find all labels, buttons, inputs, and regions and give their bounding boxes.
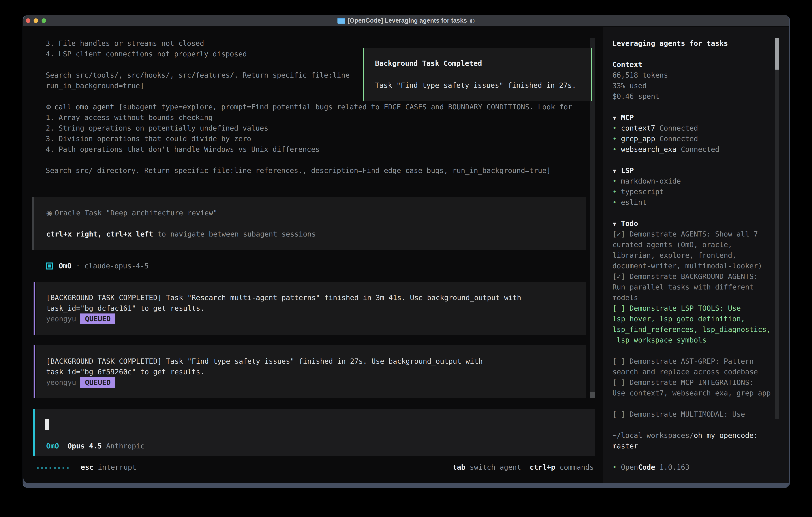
mcp-status: Connected	[676, 145, 719, 153]
todo-line: lsp_hover, lsp_goto_definition,	[612, 314, 745, 324]
message-text: task_id="bg_dcfac161" to get results.	[46, 304, 205, 312]
lsp-item: • markdown-oxide	[612, 176, 681, 186]
sidebar-scrollbar-track[interactable]	[775, 38, 779, 419]
keybind-hints: tab switch agent ctrl+p commands	[453, 462, 594, 472]
chat-line-text: 4. Path operations that don't handle Win…	[46, 145, 320, 153]
minimize-button[interactable]	[34, 19, 38, 23]
message-footer: yeongyu QUEUED	[46, 377, 115, 388]
todo-line: [✓] Demonstrate BACKGROUND AGENTS:	[612, 271, 758, 282]
message-line: task_id="bg_6f59260c" to get results.	[46, 366, 205, 377]
branch-name: master	[612, 442, 638, 450]
todo-text: [✓] Demonstrate BACKGROUND AGENTS:	[612, 272, 758, 280]
todo-line: curated agents (OmO, oracle,	[612, 239, 732, 250]
todo-line: search and replace across codebase	[612, 366, 758, 377]
spinner-dot	[62, 467, 64, 469]
todo-line: lsp_workspace_symbols	[612, 335, 706, 345]
window-titlebar: [OpenCode] Leveraging agents for tasks ◐	[23, 15, 789, 26]
chat-line: Search src/tools/, src/hooks/, src/featu…	[46, 70, 350, 80]
status-badge: QUEUED	[80, 314, 115, 324]
chat-line: 4. LSP client connections not properly d…	[46, 49, 247, 59]
section-todo[interactable]: ▼ Todo	[612, 218, 638, 229]
version-line: • OpenCode 1.0.163	[612, 462, 690, 472]
section-label: LSP	[617, 166, 634, 174]
input-model-name: Opus 4.5	[59, 442, 102, 450]
todo-line: [ ] Demonstrate AST-GREP: Pattern	[612, 356, 754, 366]
message-text: task_id="bg_6f59260c" to get results.	[46, 368, 205, 376]
oracle-task-line: ◉ Oracle Task "Deep architecture review"	[46, 208, 218, 218]
prompt-input-border	[33, 409, 35, 456]
toast-body: Task "Find type safety issues" finished …	[375, 80, 576, 90]
todo-text: search and replace across codebase	[612, 368, 758, 376]
main-scrollbar-thumb[interactable]	[590, 392, 594, 398]
message-border	[34, 345, 35, 398]
mcp-item: • context7 Connected	[612, 123, 698, 133]
bullet-icon: •	[612, 197, 617, 208]
theme-half-circle-icon: ◐	[469, 17, 475, 24]
spinner-dot	[37, 467, 38, 469]
mcp-status: Connected	[655, 135, 698, 143]
brand-prefix: Open	[621, 463, 638, 471]
todo-text: lsp_hover, lsp_goto_definition,	[612, 315, 745, 323]
message-line: task_id="bg_dcfac161" to get results.	[46, 303, 205, 314]
tab-label: switch agent	[465, 463, 521, 471]
message-footer: yeongyu QUEUED	[46, 314, 115, 324]
chat-line: 2. String operations on potentially unde…	[46, 123, 268, 133]
spinner-dot	[46, 467, 47, 469]
todo-text: [ ] Demonstrate MULTIMODAL: Use	[612, 410, 745, 418]
sidebar-scrollbar-thumb[interactable]	[775, 38, 779, 70]
message-line: [BACKGROUND TASK COMPLETED] Task "Find t…	[46, 356, 483, 366]
zoom-button[interactable]	[41, 19, 46, 23]
input-model-line: OmO Opus 4.5 Anthropic	[46, 441, 145, 451]
mcp-item: • grep_app Connected	[612, 133, 698, 144]
chevron-down-icon: ▼	[612, 166, 617, 176]
todo-text: [✓] Demonstrate AGENTS: Show all 7	[612, 230, 758, 238]
toast-body-text: Task "Find type safety issues" finished …	[375, 81, 576, 89]
hint-text: to navigate between subagent sessions	[153, 230, 316, 238]
agent-line: OmO · claude-opus-4-5	[59, 261, 149, 271]
chevron-down-icon: ▼	[612, 219, 617, 229]
section-label: Todo	[617, 219, 638, 227]
fisheye-icon: ◉	[46, 208, 50, 218]
gear-icon: ⚙	[46, 102, 50, 112]
todo-line: [✓] Demonstrate AGENTS: Show all 7	[612, 229, 758, 239]
author-name: yeongyu	[46, 378, 80, 386]
toast-notification: Background Task CompletedTask "Find type…	[363, 48, 592, 101]
context-heading-text: Context	[612, 60, 642, 69]
section-mcp[interactable]: ▼ MCP	[612, 112, 634, 123]
chat-line: Search src/ directory. Return specific f…	[46, 165, 551, 176]
close-button[interactable]	[26, 19, 30, 23]
context-tokens-text: 66,518 tokens	[612, 71, 668, 79]
text-cursor	[45, 419, 49, 430]
esc-label: interrupt	[93, 463, 136, 471]
esc-key: esc	[81, 463, 93, 471]
context-tokens: 66,518 tokens	[612, 70, 668, 80]
chat-line-text: 3. Division operations that could divide…	[46, 135, 251, 143]
spinner-dot	[50, 467, 51, 469]
chat-line: 3. Division operations that could divide…	[46, 133, 251, 144]
section-lsp[interactable]: ▼ LSP	[612, 165, 634, 176]
todo-line: [ ] Demonstrate MULTIMODAL: Use	[612, 409, 745, 419]
lsp-item: • typescript	[612, 186, 664, 197]
agent-icon-core	[48, 265, 51, 268]
gap	[521, 463, 530, 471]
toast-title-text: Background Task Completed	[375, 59, 482, 67]
spinner-dot	[41, 467, 43, 469]
input-provider-name: Anthropic	[102, 442, 144, 450]
todo-line: models	[612, 292, 638, 303]
todo-text: Run parallel tasks with different	[612, 283, 754, 291]
window-title: [OpenCode] Leveraging agents for tasks ◐	[338, 17, 475, 24]
context-spent-text: $0.46 spent	[612, 92, 660, 100]
session-title-text: Leveraging agents for tasks	[612, 39, 728, 47]
input-agent-name: OmO	[46, 442, 59, 450]
tool-args: [subagent_type=explore, prompt=Find pote…	[114, 103, 572, 111]
version-number: 1.0.163	[655, 463, 689, 471]
screenshot-root: [OpenCode] Leveraging agents for tasks ◐…	[0, 0, 812, 517]
chat-line-text: 2. String operations on potentially unde…	[46, 124, 268, 132]
lsp-name: markdown-oxide	[621, 177, 681, 185]
session-title: Leveraging agents for tasks	[612, 38, 728, 49]
bullet-icon: •	[612, 133, 617, 144]
spinner-dot	[58, 467, 60, 469]
repo-name: oh-my-opencode:	[694, 431, 758, 439]
agent-name: OmO	[59, 262, 71, 270]
todo-text: curated agents (OmO, oracle,	[612, 241, 732, 249]
